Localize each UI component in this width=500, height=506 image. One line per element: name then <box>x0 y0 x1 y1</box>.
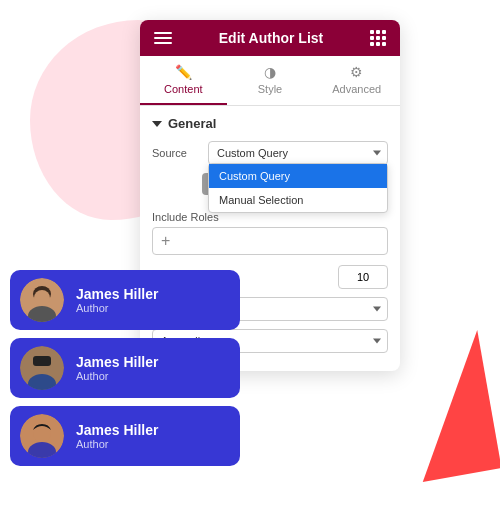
section-header: General <box>152 116 388 131</box>
tab-style[interactable]: ◑ Style <box>227 56 314 105</box>
dropdown-item-manual-selection[interactable]: Manual Selection <box>209 188 387 212</box>
section-chevron[interactable] <box>152 121 162 127</box>
tab-bar: ✏️ Content ◑ Style ⚙ Advanced <box>140 56 400 106</box>
user-info-0: James Hiller Author <box>76 286 159 314</box>
avatar-0 <box>20 278 64 322</box>
style-icon: ◑ <box>264 64 276 80</box>
user-card-2: James Hiller Author <box>10 406 240 466</box>
user-card-0: James Hiller Author <box>10 270 240 330</box>
hamburger-icon[interactable] <box>154 32 172 44</box>
user-info-2: James Hiller Author <box>76 422 159 450</box>
source-field-row: Source Custom Query Custom Query Manual … <box>152 141 388 165</box>
source-dropdown: Custom Query Manual Selection <box>208 163 388 213</box>
user-name-0: James Hiller <box>76 286 159 302</box>
tab-content-label: Content <box>164 83 203 95</box>
panel-title: Edit Author List <box>219 30 323 46</box>
source-select-wrapper: Custom Query Custom Query Manual Selecti… <box>208 141 388 165</box>
tab-advanced[interactable]: ⚙ Advanced <box>313 56 400 105</box>
user-role-2: Author <box>76 438 159 450</box>
user-info-1: James Hiller Author <box>76 354 159 382</box>
avatar-2 <box>20 414 64 458</box>
number-input[interactable] <box>338 265 388 289</box>
include-roles-input[interactable]: + <box>152 227 388 255</box>
bg-triangle <box>398 330 500 482</box>
dropdown-item-custom-query[interactable]: Custom Query <box>209 164 387 188</box>
user-name-1: James Hiller <box>76 354 159 370</box>
tab-content[interactable]: ✏️ Content <box>140 56 227 105</box>
advanced-icon: ⚙ <box>350 64 363 80</box>
user-card-1: James Hiller Author <box>10 338 240 398</box>
avatar-1 <box>20 346 64 390</box>
grid-icon[interactable] <box>370 30 386 46</box>
content-icon: ✏️ <box>175 64 192 80</box>
user-name-2: James Hiller <box>76 422 159 438</box>
user-role-1: Author <box>76 370 159 382</box>
source-select[interactable]: Custom Query <box>208 141 388 165</box>
source-label: Source <box>152 147 202 159</box>
roles-plus-icon[interactable]: + <box>161 232 170 250</box>
tab-advanced-label: Advanced <box>332 83 381 95</box>
section-title: General <box>168 116 216 131</box>
tab-style-label: Style <box>258 83 282 95</box>
user-role-0: Author <box>76 302 159 314</box>
user-cards-list: James Hiller Author James Hiller Author <box>10 270 240 466</box>
svg-point-3 <box>34 290 50 306</box>
svg-rect-7 <box>33 356 51 366</box>
panel-header: Edit Author List <box>140 20 400 56</box>
